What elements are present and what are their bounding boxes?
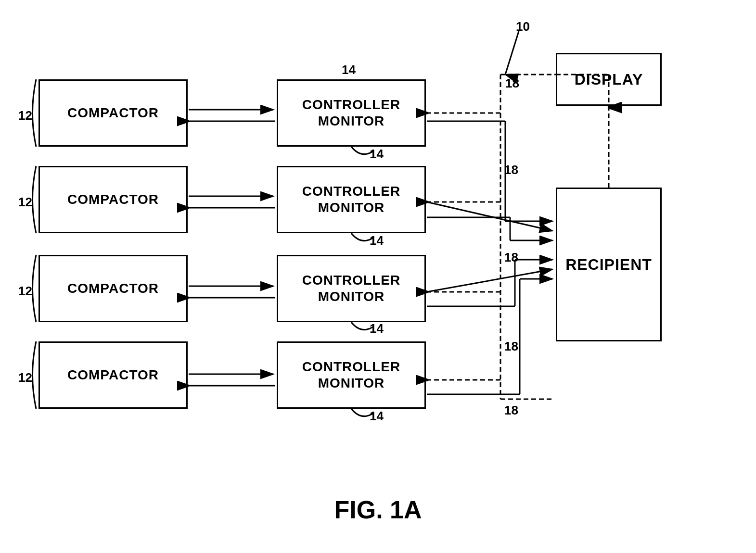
compactor-box-1: COMPACTOR <box>38 79 188 147</box>
controller-monitor-box-2: CONTROLLERMONITOR <box>277 166 426 233</box>
label-18-5: 18 <box>504 403 518 418</box>
label-14-3: 14 <box>370 321 384 336</box>
svg-line-14 <box>427 202 552 231</box>
controller-monitor-box-4: CONTROLLERMONITOR <box>277 341 426 409</box>
display-label: DISPLAY <box>575 70 643 88</box>
svg-line-38 <box>505 31 519 75</box>
compactor-box-2: COMPACTOR <box>38 166 188 233</box>
controller-monitor-label-2: CONTROLLERMONITOR <box>302 183 400 215</box>
controller-monitor-label-4: CONTROLLERMONITOR <box>302 359 400 391</box>
svg-line-15 <box>427 269 552 292</box>
compactor-label-3: COMPACTOR <box>67 280 159 297</box>
label-12-4: 12 <box>18 370 32 385</box>
diagram-container: COMPACTOR COMPACTOR COMPACTOR COMPACTOR … <box>0 0 756 553</box>
label-12-3: 12 <box>18 284 32 299</box>
label-18-1: 18 <box>505 76 519 91</box>
recipient-label: RECIPIENT <box>565 255 652 274</box>
compactor-box-3: COMPACTOR <box>38 255 188 322</box>
controller-monitor-label-3: CONTROLLERMONITOR <box>302 272 400 304</box>
label-12-1: 12 <box>18 108 32 123</box>
recipient-box: RECIPIENT <box>556 188 662 341</box>
controller-monitor-label-1: CONTROLLERMONITOR <box>302 97 400 129</box>
label-14-4: 14 <box>370 409 384 424</box>
label-18-4: 18 <box>504 339 518 354</box>
label-14-2: 14 <box>370 233 384 248</box>
display-box: DISPLAY <box>556 53 662 106</box>
figure-label: FIG. 1A <box>334 495 422 524</box>
label-18-2: 18 <box>504 163 518 177</box>
controller-monitor-box-3: CONTROLLERMONITOR <box>277 255 426 322</box>
compactor-label-2: COMPACTOR <box>67 191 159 208</box>
compactor-label-4: COMPACTOR <box>67 367 159 383</box>
label-14-top: 14 <box>342 63 356 77</box>
label-12-2: 12 <box>18 195 32 210</box>
compactor-label-1: COMPACTOR <box>67 105 159 121</box>
label-14-1: 14 <box>370 147 384 162</box>
label-18-3: 18 <box>504 250 518 265</box>
compactor-box-4: COMPACTOR <box>38 341 188 409</box>
controller-monitor-box-1: CONTROLLERMONITOR <box>277 79 426 147</box>
label-10: 10 <box>516 19 530 34</box>
